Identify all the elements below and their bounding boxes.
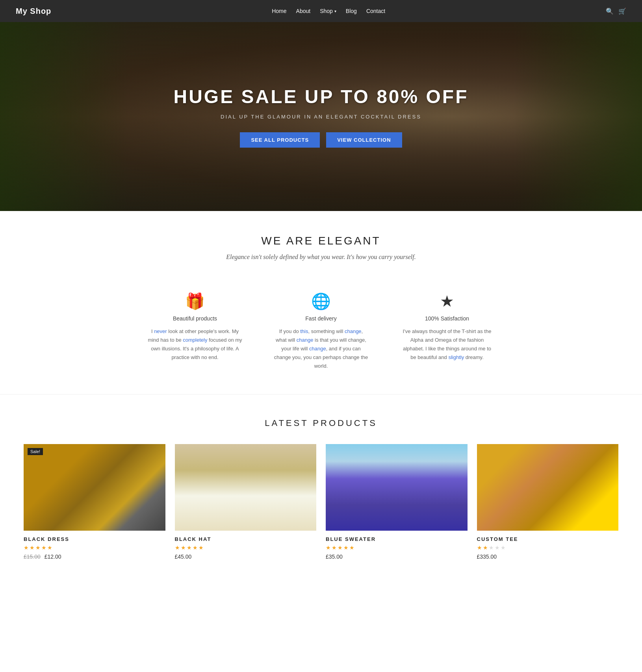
product-current-price-3: £35.00 <box>326 554 343 560</box>
main-nav: Home About Shop Blog Contact <box>272 7 385 15</box>
product-stars-2: ★ ★ ★ ★ ★ <box>175 544 317 551</box>
hero-buttons: SEE ALL PRODUCTS VIEW COLLECTION <box>173 132 468 148</box>
feature-title-1: Beautiful products <box>148 315 242 322</box>
products-title: LATEST PRODUCTS <box>24 418 618 428</box>
star-icon: ★ <box>400 292 494 311</box>
highlight-7: slightly <box>448 354 464 360</box>
products-grid: Sale! BLACK DRESS ★ ★ ★ ★ ★ £15.00 £12.0… <box>24 444 618 560</box>
gift-icon: 🎁 <box>148 292 242 311</box>
product-card-2[interactable]: BLACK HAT ★ ★ ★ ★ ★ £45.00 <box>175 444 317 560</box>
hero-title: HUGE SALE UP TO 80% OFF <box>173 86 468 107</box>
star-2: ★ <box>332 544 337 551</box>
highlight-1: never <box>154 328 167 334</box>
nav-home[interactable]: Home <box>272 8 286 14</box>
star-1: ★ <box>24 544 29 551</box>
nav-contact[interactable]: Contact <box>366 8 385 14</box>
feature-desc-3: I've always thought of the T-shirt as th… <box>400 327 494 362</box>
navbar: My Shop Home About Shop Blog Contact 🔍 🛒 <box>0 0 642 22</box>
products-section: LATEST PRODUCTS Sale! BLACK DRESS ★ ★ ★ … <box>0 394 642 591</box>
feature-title-3: 100% Satisfaction <box>400 315 494 322</box>
elegant-title: WE ARE ELEGANT <box>16 235 626 247</box>
hero-background: HUGE SALE UP TO 80% OFF DIAL UP THE GLAM… <box>0 22 642 211</box>
hero-content: HUGE SALE UP TO 80% OFF DIAL UP THE GLAM… <box>173 86 468 148</box>
star-5: ★ <box>199 544 204 551</box>
star-5: ★ <box>47 544 52 551</box>
see-all-products-button[interactable]: SEE ALL PRODUCTS <box>240 132 320 148</box>
view-collection-button[interactable]: VIEW COLLECTION <box>326 132 402 148</box>
product-card-3[interactable]: BLUE SWEATER ★ ★ ★ ★ ★ £35.00 <box>326 444 468 560</box>
product-original-price-1: £15.00 <box>24 554 41 560</box>
product-image-3 <box>326 444 468 531</box>
star-1: ★ <box>477 544 482 551</box>
star-1: ★ <box>175 544 180 551</box>
product-image-2 <box>175 444 317 531</box>
feature-fast-delivery: 🌐 Fast delivery If you do this, somethin… <box>258 292 384 370</box>
product-price-1: £15.00 £12.00 <box>24 554 165 560</box>
star-4: ★ <box>41 544 46 551</box>
product-image-wrapper-4 <box>477 444 619 531</box>
search-icon[interactable]: 🔍 <box>606 7 614 15</box>
product-name-1: BLACK DRESS <box>24 536 165 542</box>
star-3: ★ <box>338 544 343 551</box>
product-name-4: CUSTOM TEE <box>477 536 619 542</box>
star-3: ★ <box>35 544 41 551</box>
product-card-4[interactable]: CUSTOM TEE ★ ★ ★ ★ ★ £335.00 <box>477 444 619 560</box>
product-price-2: £45.00 <box>175 554 317 560</box>
brand-logo[interactable]: My Shop <box>16 7 51 16</box>
elegant-subtitle: Elegance isn't solely defined by what yo… <box>16 254 626 261</box>
product-current-price-1: £12.00 <box>45 554 61 560</box>
feature-beautiful-products: 🎁 Beautiful products I never look at oth… <box>132 292 258 370</box>
star-5-empty: ★ <box>501 544 506 551</box>
star-3-empty: ★ <box>489 544 494 551</box>
product-current-price-4: £335.00 <box>477 554 497 560</box>
elegant-section: WE ARE ELEGANT Elegance isn't solely def… <box>0 211 642 276</box>
star-2: ★ <box>30 544 35 551</box>
star-4: ★ <box>343 544 349 551</box>
product-price-3: £35.00 <box>326 554 468 560</box>
cart-icon[interactable]: 🛒 <box>618 7 626 15</box>
product-name-3: BLUE SWEATER <box>326 536 468 542</box>
feature-desc-1: I never look at other people's work. My … <box>148 327 242 362</box>
nav-shop[interactable]: Shop <box>320 8 336 14</box>
globe-icon: 🌐 <box>274 292 368 311</box>
highlight-4: change <box>345 328 362 334</box>
star-2: ★ <box>483 544 488 551</box>
product-name-2: BLACK HAT <box>175 536 317 542</box>
navbar-icons: 🔍 🛒 <box>606 7 626 15</box>
hero-section: HUGE SALE UP TO 80% OFF DIAL UP THE GLAM… <box>0 22 642 211</box>
product-image-wrapper-3 <box>326 444 468 531</box>
star-4: ★ <box>193 544 198 551</box>
nav-blog[interactable]: Blog <box>346 8 357 14</box>
highlight-2: completely <box>183 337 207 343</box>
features-section: 🎁 Beautiful products I never look at oth… <box>0 276 642 394</box>
product-price-4: £335.00 <box>477 554 619 560</box>
product-image-1 <box>24 444 165 531</box>
feature-satisfaction: ★ 100% Satisfaction I've always thought … <box>384 292 510 370</box>
product-card-1[interactable]: Sale! BLACK DRESS ★ ★ ★ ★ ★ £15.00 £12.0… <box>24 444 165 560</box>
product-image-wrapper-1: Sale! <box>24 444 165 531</box>
feature-title-2: Fast delivery <box>274 315 368 322</box>
star-1: ★ <box>326 544 331 551</box>
product-stars-3: ★ ★ ★ ★ ★ <box>326 544 468 551</box>
sale-badge-1: Sale! <box>28 448 43 455</box>
hero-subtitle: DIAL UP THE GLAMOUR IN AN ELEGANT COCKTA… <box>173 114 468 120</box>
highlight-6: change <box>309 346 326 352</box>
product-current-price-2: £45.00 <box>175 554 192 560</box>
star-4-empty: ★ <box>495 544 500 551</box>
star-5: ★ <box>349 544 354 551</box>
star-2: ★ <box>181 544 186 551</box>
product-image-4 <box>477 444 619 531</box>
product-stars-1: ★ ★ ★ ★ ★ <box>24 544 165 551</box>
highlight-5: change <box>297 337 314 343</box>
star-3: ★ <box>187 544 192 551</box>
highlight-3: this <box>300 328 308 334</box>
product-stars-4: ★ ★ ★ ★ ★ <box>477 544 619 551</box>
product-image-wrapper-2 <box>175 444 317 531</box>
feature-desc-2: If you do this, something will change, w… <box>274 327 368 370</box>
nav-about[interactable]: About <box>296 8 311 14</box>
